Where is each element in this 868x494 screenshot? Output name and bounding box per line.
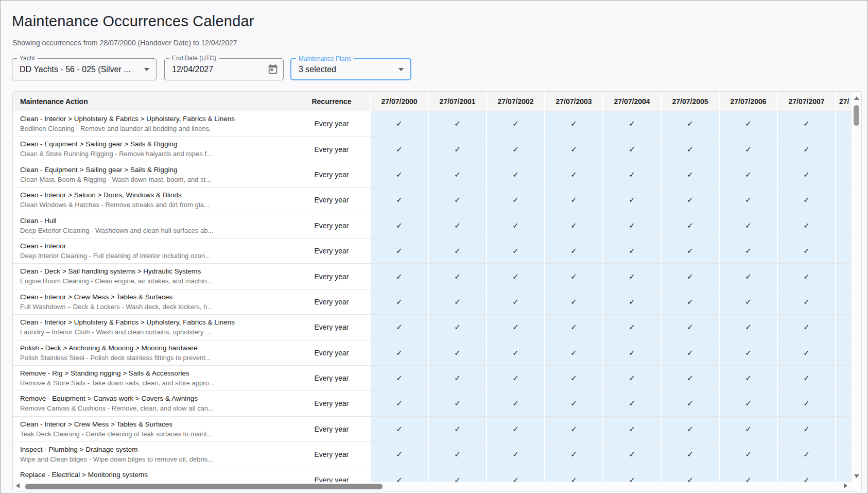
occurrence-cell: ✓: [661, 188, 719, 212]
occurrence-cell: ✓: [602, 264, 661, 288]
maintenance-action-title: Clean - Interior: [20, 242, 288, 250]
calendar-icon[interactable]: [267, 64, 279, 75]
occurrence-cell: ✓: [661, 137, 719, 161]
occurrence-cell-partial: [835, 391, 852, 416]
occurrence-cell: ✓: [544, 137, 602, 161]
check-icon: ✓: [570, 170, 577, 179]
occurrence-cell: ✓: [428, 188, 486, 212]
check-icon: ✓: [803, 145, 810, 154]
check-icon: ✓: [570, 195, 577, 205]
maintenance-action-subtitle: Clean Mast, Boom & Rigging - Wash down m…: [20, 176, 288, 183]
maintenance-action-cell: Clean - Equipment > Sailing gear > Sails…: [13, 137, 293, 161]
occurrence-cell: ✓: [719, 391, 777, 416]
check-icon: ✓: [570, 246, 577, 255]
horizontal-scrollbar[interactable]: [13, 482, 852, 491]
maintenance-action-cell: Remove - Rig > Standing rigging > Sails …: [13, 366, 293, 390]
horizontal-scrollbar-thumb[interactable]: [25, 484, 383, 489]
occurrence-cell: ✓: [777, 417, 835, 441]
column-header-maintenance-action: Maintenance Action: [13, 92, 293, 111]
check-icon: ✓: [512, 297, 519, 306]
scroll-right-icon[interactable]: [844, 483, 847, 488]
maintenance-action-cell: Clean - Interior > Crew Mess > Tables & …: [13, 417, 293, 441]
maintenance-action-cell: Clean - Interior > Upholstery & Fabrics …: [13, 315, 293, 339]
maintenance-action-subtitle: Deep Exterior Cleaning - Washdown and cl…: [20, 227, 288, 234]
table-row: Polish - Deck > Anchoring & Mooring > Mo…: [13, 340, 861, 366]
vertical-scrollbar-thumb[interactable]: [854, 105, 859, 126]
occurrence-cell: ✓: [486, 213, 544, 238]
check-icon: ✓: [570, 272, 577, 281]
occurrence-cell: ✓: [486, 264, 544, 288]
occurrence-cell: ✓: [602, 289, 661, 314]
scroll-up-icon[interactable]: [854, 96, 859, 100]
chevron-down-icon[interactable]: [144, 68, 149, 71]
occurrence-cell: ✓: [602, 417, 661, 441]
occurrence-cell: ✓: [486, 340, 544, 365]
check-icon: ✓: [687, 348, 693, 357]
vertical-scrollbar[interactable]: [852, 92, 861, 482]
occurrences-table: Maintenance Action Recurrence 27/07/2000…: [12, 91, 862, 491]
occurrence-cell: ✓: [486, 289, 544, 314]
occurrence-cell: ✓: [661, 289, 719, 314]
check-icon: ✓: [687, 450, 693, 459]
check-icon: ✓: [745, 119, 752, 128]
occurrence-cell-partial: [835, 137, 852, 161]
occurrence-cell: ✓: [661, 213, 719, 238]
check-icon: ✓: [687, 322, 693, 332]
yacht-select[interactable]: Yacht DD Yachts - 56 - 025 (Silver ...: [12, 58, 157, 80]
check-icon: ✓: [803, 297, 810, 306]
occurrence-cell: ✓: [661, 366, 719, 390]
page-title: Maintenance Occurrences Calendar: [12, 13, 254, 30]
check-icon: ✓: [803, 170, 810, 179]
check-icon: ✓: [745, 145, 752, 154]
occurrence-cell: ✓: [719, 289, 777, 314]
maintenance-action-subtitle: Polish Stainless Steel - Polish deck sta…: [20, 354, 288, 362]
scroll-down-icon[interactable]: [854, 474, 859, 478]
maintenance-plans-select[interactable]: Maintenance Plans 3 selected: [290, 58, 411, 80]
check-icon: ✓: [803, 399, 810, 408]
check-icon: ✓: [454, 195, 461, 205]
table-row: Clean - Interior > Saloon > Doors, Windo…: [13, 188, 861, 213]
occurrence-cell: ✓: [602, 213, 661, 238]
check-icon: ✓: [745, 297, 752, 306]
recurrence-cell: Every year: [293, 137, 370, 161]
check-icon: ✓: [629, 170, 635, 179]
occurrence-cell: ✓: [719, 111, 777, 136]
occurrence-cell: ✓: [719, 264, 777, 288]
maintenance-action-cell: Clean - Equipment > Sailing gear > Sails…: [13, 162, 293, 187]
maintenance-action-cell: Clean - Interior > Saloon > Doors, Windo…: [13, 188, 293, 212]
check-icon: ✓: [396, 424, 403, 434]
occurrence-cell: ✓: [777, 289, 835, 314]
recurrence-cell: Every year: [293, 340, 370, 365]
check-icon: ✓: [396, 195, 403, 205]
check-icon: ✓: [803, 424, 810, 434]
occurrence-cell: ✓: [370, 442, 428, 467]
check-icon: ✓: [570, 348, 577, 357]
table-row: Clean - Interior > Crew Mess > Tables & …: [13, 417, 861, 442]
check-icon: ✓: [512, 170, 519, 179]
end-date-field[interactable]: End Date (UTC) 12/04/2027: [164, 58, 284, 80]
chevron-down-icon[interactable]: [398, 68, 404, 71]
check-icon: ✓: [570, 297, 577, 306]
check-icon: ✓: [629, 195, 635, 205]
occurrence-cell: ✓: [602, 111, 661, 136]
maintenance-action-subtitle: Laundry – Interior Cloth - Wash and clea…: [20, 328, 288, 336]
column-header-date: 27/07/2000: [370, 92, 428, 111]
occurrence-cell: ✓: [602, 188, 661, 212]
occurrence-cell: ✓: [370, 340, 428, 365]
occurrence-cell: ✓: [486, 188, 544, 212]
scroll-left-icon[interactable]: [16, 483, 20, 488]
check-icon: ✓: [687, 145, 693, 154]
check-icon: ✓: [803, 348, 810, 357]
occurrence-cell: ✓: [486, 239, 544, 263]
table-row: Clean - Interior > Upholstery & Fabrics …: [13, 315, 861, 340]
maintenance-action-subtitle: Clean Windows & Hatches - Remove streaks…: [20, 201, 288, 209]
occurrence-cell: ✓: [602, 239, 661, 263]
table-row: Clean - Deck > Sail handling systems > H…: [13, 264, 861, 289]
occurrence-cell: ✓: [719, 366, 777, 390]
check-icon: ✓: [687, 424, 693, 434]
check-icon: ✓: [629, 450, 635, 459]
occurrence-cell: ✓: [777, 264, 835, 288]
maintenance-action-title: Inspect - Plumbing > Drainage system: [20, 446, 288, 453]
occurrence-cell: ✓: [544, 391, 602, 416]
maintenance-action-cell: Clean - Interior > Crew Mess > Tables & …: [13, 289, 293, 314]
